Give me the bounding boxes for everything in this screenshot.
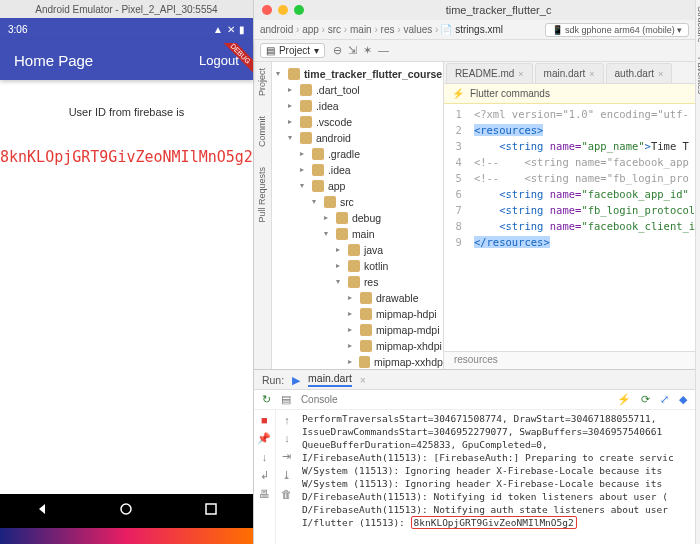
svg-rect-1 — [206, 504, 216, 514]
tree-item-android[interactable]: ▾android — [272, 130, 443, 146]
signal-icon: ▲ — [213, 24, 223, 35]
tree-item--idea[interactable]: ▸.idea — [272, 98, 443, 114]
filter-icon[interactable]: ▤ — [281, 393, 291, 406]
nav-back-icon[interactable] — [35, 502, 49, 520]
toolbar-icons: ⊖ ⇲ ✶ — — [333, 44, 389, 57]
up-arrow-icon[interactable]: ↑ — [284, 414, 290, 426]
editor-area: README.md×main.dart×auth.dart× ⚡ Flutter… — [444, 62, 695, 369]
hide-icon[interactable]: — — [378, 44, 389, 57]
tree-item-debug[interactable]: ▸debug — [272, 210, 443, 226]
mac-titlebar: time_tracker_flutter_c — [254, 0, 695, 20]
gutter-pull-requests[interactable]: Pull Requests — [257, 167, 267, 223]
flutter-banner[interactable]: ⚡ Flutter commands — [444, 84, 695, 104]
breadcrumb: android › app › src › main › res › value… — [254, 20, 695, 40]
code-editor[interactable]: 123456789 <?xml version="1.0" encoding="… — [444, 104, 695, 351]
tree-item--dart-tool[interactable]: ▸.dart_tool — [272, 82, 443, 98]
tree-root[interactable]: ▾ time_tracker_flutter_course — [272, 66, 443, 82]
tree-item-app[interactable]: ▾app — [272, 178, 443, 194]
tab-auth-dart[interactable]: auth.dart× — [606, 63, 673, 83]
tab-README-md[interactable]: README.md× — [446, 63, 533, 83]
tree-item-java[interactable]: ▸java — [272, 242, 443, 258]
device-selector[interactable]: 📱 sdk gphone arm64 (mobile) ▾ — [545, 23, 690, 37]
tab-close-icon[interactable]: × — [658, 69, 663, 79]
gutter-commit[interactable]: Commit — [257, 116, 267, 147]
run-panel: Run: ▶ main.dart × ↻ ▤ Console ⚡ ⟳ ⤢ ◆ ■… — [254, 369, 695, 544]
close-icon[interactable] — [262, 5, 272, 15]
emulator-status-bar: 3:06 ▲ ✕ ▮ — [0, 18, 253, 40]
tab-close-icon[interactable]: × — [589, 69, 594, 79]
run-toolbar: ↻ ▤ Console ⚡ ⟳ ⤢ ◆ — [254, 390, 695, 410]
ide-main: ProjectCommitPull Requests ▾ time_tracke… — [254, 62, 695, 369]
pin-icon[interactable]: 📌 — [257, 432, 271, 445]
collapse-icon[interactable]: ⊖ — [333, 44, 342, 57]
tree-item-mipmap-xxhdp[interactable]: ▸mipmap-xxhdp — [272, 354, 443, 369]
settings-icon[interactable]: ✶ — [363, 44, 372, 57]
tab-main-dart[interactable]: main.dart× — [535, 63, 604, 83]
gutter-structure[interactable]: Structure — [696, 6, 700, 43]
uid-value: 8knKLOpjGRT9GivZeoNMIlMnO5g2 — [0, 148, 253, 166]
reload-icon[interactable]: ⟳ — [641, 393, 650, 406]
expand-icon[interactable]: ⇲ — [348, 44, 357, 57]
down-arrow-icon[interactable]: ↓ — [284, 432, 290, 444]
nav-recents-icon[interactable] — [204, 502, 218, 520]
emulator-window-title: Android Emulator - Pixel_2_API_30:5554 — [0, 0, 253, 18]
tree-item--vscode[interactable]: ▸.vscode — [272, 114, 443, 130]
zoom-icon[interactable] — [294, 5, 304, 15]
gutter-project[interactable]: Project — [257, 68, 267, 96]
run-label: Run: — [262, 374, 284, 386]
wrap-icon[interactable]: ↲ — [260, 469, 269, 482]
tree-item--gradle[interactable]: ▸.gradle — [272, 146, 443, 162]
soft-wrap-icon[interactable]: ⇥ — [282, 450, 291, 463]
run-body: ■ 📌 ↓ ↲ 🖶 ↑ ↓ ⇥ ⤓ 🗑 PerformTraversalsSta… — [254, 410, 695, 544]
tree-item-mipmap-mdpi[interactable]: ▸mipmap-mdpi — [272, 322, 443, 338]
nav-home-icon[interactable] — [119, 502, 133, 520]
down-icon[interactable]: ↓ — [262, 451, 268, 463]
clear-icon[interactable]: 🗑 — [281, 488, 292, 500]
tab-close-icon[interactable]: × — [518, 69, 523, 79]
breadcrumb-file[interactable]: 📄 strings.xml — [440, 24, 503, 35]
tree-item-mipmap-xhdpi[interactable]: ▸mipmap-xhdpi — [272, 338, 443, 354]
status-time: 3:06 — [8, 24, 27, 35]
tree-item-src[interactable]: ▾src — [272, 194, 443, 210]
stop-icon[interactable]: ■ — [261, 414, 268, 426]
window-title: time_tracker_flutter_c — [310, 4, 687, 16]
tree-item-drawable[interactable]: ▸drawable — [272, 290, 443, 306]
open-icon[interactable]: ⤢ — [660, 393, 669, 406]
print-icon[interactable]: 🖶 — [259, 488, 270, 500]
app-body: User ID from firebase is 8knKLOpjGRT9Giv… — [0, 80, 253, 494]
console-output[interactable]: PerformTraversalsStart=304671508774, Dra… — [298, 410, 695, 544]
uid-label: User ID from firebase is — [0, 106, 253, 118]
svg-point-0 — [121, 504, 131, 514]
code-breadcrumb[interactable]: resources — [444, 351, 695, 369]
left-tool-gutter: ProjectCommitPull Requests — [254, 62, 272, 369]
tree-item-kotlin[interactable]: ▸kotlin — [272, 258, 443, 274]
run-gutter-mid: ↑ ↓ ⇥ ⤓ 🗑 — [276, 410, 298, 544]
run-tab[interactable]: main.dart — [308, 372, 352, 387]
editor-tabs: README.md×main.dart×auth.dart× — [444, 62, 695, 84]
gutter-favorites[interactable]: Favorites — [696, 57, 700, 94]
project-tree[interactable]: ▾ time_tracker_flutter_course ▸.dart_too… — [272, 62, 444, 369]
minimize-icon[interactable] — [278, 5, 288, 15]
code-body[interactable]: <?xml version="1.0" encoding="utf- <reso… — [468, 104, 695, 351]
restart-icon[interactable]: ↻ — [262, 393, 271, 406]
debug-banner: DEBUG — [219, 43, 253, 77]
android-nav-bar — [0, 494, 253, 528]
run-tab-close-icon[interactable]: × — [360, 374, 366, 386]
breadcrumb-path[interactable]: android › app › src › main › res › value… — [260, 24, 439, 35]
project-toolbar: ▤ Project ▾ ⊖ ⇲ ✶ — — [254, 40, 695, 62]
app-bar: Home Page Logout DEBUG — [0, 40, 253, 80]
tree-item-res[interactable]: ▾res — [272, 274, 443, 290]
tree-item-main[interactable]: ▾main — [272, 226, 443, 242]
status-icons: ▲ ✕ ▮ — [213, 24, 245, 35]
ide-window: time_tracker_flutter_c android › app › s… — [254, 0, 695, 544]
devtools-icon[interactable]: ◆ — [679, 393, 687, 406]
tree-item--idea[interactable]: ▸.idea — [272, 162, 443, 178]
right-tool-gutter: StructureFavorites — [695, 0, 700, 544]
scroll-icon[interactable]: ⤓ — [282, 469, 291, 482]
battery-icon: ▮ — [239, 24, 245, 35]
flash-icon[interactable]: ⚡ — [617, 393, 631, 406]
project-view-selector[interactable]: ▤ Project ▾ — [260, 43, 325, 58]
tree-item-mipmap-hdpi[interactable]: ▸mipmap-hdpi — [272, 306, 443, 322]
console-tab[interactable]: Console — [301, 394, 338, 405]
run-icon: ▶ — [292, 374, 300, 386]
